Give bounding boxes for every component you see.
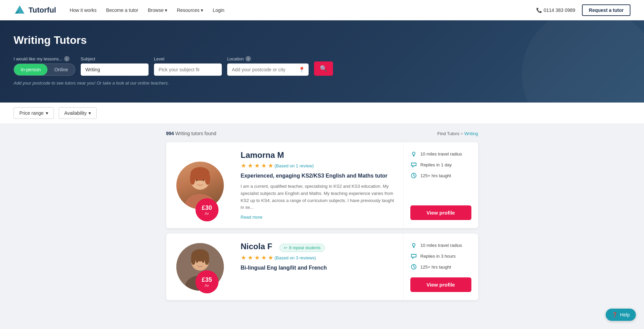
travel-radius: 10 miles travel radius: [410, 242, 471, 249]
chevron-down-icon: ▾: [89, 110, 91, 116]
view-profile-button[interactable]: View profile: [410, 277, 471, 292]
tutor-card: £30 /hr Lamorna M ★ ★ ★ ★ ★ (Based on 1 …: [166, 142, 478, 228]
svg-point-17: [191, 254, 196, 265]
search-icon: 🔍: [320, 65, 327, 72]
tutor-description: I am a current, qualified teacher, speci…: [241, 183, 396, 211]
price-amount: £35: [202, 276, 212, 284]
star-1: ★: [241, 254, 246, 261]
hours-taught: 125+ hrs taught: [410, 172, 471, 179]
logo[interactable]: Tutorful: [14, 4, 56, 16]
star-2: ★: [248, 254, 253, 261]
subject-input[interactable]: [81, 63, 149, 76]
reply-time: Replies in 1 day: [410, 161, 471, 168]
star-4: ★: [261, 162, 267, 169]
filters-bar: Price range ▾ Availability ▾: [0, 103, 644, 124]
breadcrumb-find-tutors[interactable]: Find Tutors: [437, 131, 459, 136]
subject-group: Subject: [81, 56, 149, 76]
nav-link-login[interactable]: Login: [213, 7, 224, 13]
reply-icon: [410, 253, 417, 259]
nav-links: How it works Become a tutor Browse ▾ Res…: [70, 7, 536, 13]
help-button[interactable]: ❓ Help: [606, 309, 636, 312]
location-hint: Add your postcode to see tutors near you…: [14, 80, 630, 86]
help-icon: ❓: [612, 312, 618, 312]
star-2: ★: [248, 162, 253, 169]
breadcrumb: Find Tutors > Writing: [437, 131, 478, 136]
reviews-link[interactable]: (Based on 1 review): [275, 163, 314, 168]
page-title: Writing Tutors: [14, 34, 630, 47]
location-input[interactable]: [227, 63, 309, 76]
star-5: ★: [268, 254, 273, 261]
level-input[interactable]: [154, 63, 222, 76]
price-badge: £35 /hr: [195, 270, 218, 293]
star-5: ★: [268, 162, 273, 169]
lesson-type-label: I would like my lessons... i: [14, 56, 75, 61]
tutor-sidebar: 10 miles travel radius Replies in 3 hour…: [404, 234, 478, 300]
clock-icon: [410, 263, 417, 270]
svg-point-7: [205, 172, 210, 185]
tutor-name: Lamorna M: [241, 150, 396, 160]
location-icon: [410, 150, 417, 157]
nav-link-resources[interactable]: Resources ▾: [177, 7, 203, 13]
online-toggle[interactable]: Online: [47, 64, 75, 75]
results-count: 994 Writing tutors found: [166, 131, 216, 136]
lesson-type-info-icon[interactable]: i: [64, 56, 70, 61]
svg-point-20: [202, 261, 204, 263]
breadcrumb-current: Writing: [464, 131, 478, 136]
nav-link-become-tutor[interactable]: Become a tutor: [106, 7, 138, 13]
hours-taught: 125+ hrs taught: [410, 263, 471, 270]
svg-point-6: [190, 172, 195, 185]
tutor-sidebar: 10 miles travel radius Replies in 1 day …: [404, 142, 478, 228]
tutor-meta: 10 miles travel radius Replies in 3 hour…: [410, 242, 471, 270]
lesson-type-toggle: In-person Online: [14, 63, 75, 76]
star-3: ★: [254, 162, 260, 169]
svg-marker-0: [15, 5, 24, 14]
logo-icon: [14, 4, 26, 16]
results-area: 994 Writing tutors found Find Tutors > W…: [159, 124, 485, 312]
navbar: Tutorful How it works Become a tutor Bro…: [0, 0, 644, 20]
location-input-wrap: 📍: [227, 63, 309, 76]
read-more-link[interactable]: Read more: [241, 215, 262, 220]
search-form: I would like my lessons... i In-person O…: [14, 56, 630, 76]
clock-icon: [410, 172, 417, 179]
svg-point-9: [202, 179, 204, 181]
tutor-card: £35 /hr Nicola F ↩ 8 repeat students ★ ★…: [166, 234, 478, 300]
reply-icon: [410, 161, 417, 168]
repeat-badge: ↩ 8 repeat students: [279, 244, 325, 252]
svg-point-8: [196, 179, 197, 181]
location-info-icon[interactable]: i: [246, 56, 251, 61]
nav-right: 📞 0114 383 0989 Request a tutor: [536, 4, 630, 16]
availability-filter[interactable]: Availability ▾: [59, 107, 97, 119]
inperson-toggle[interactable]: In-person: [14, 64, 47, 75]
chevron-down-icon: ▾: [201, 7, 203, 13]
svg-point-21: [412, 243, 415, 246]
search-button[interactable]: 🔍: [314, 61, 333, 76]
tutor-tagline: Experienced, engaging KS2/KS3 English an…: [241, 173, 396, 179]
level-label: Level: [154, 56, 222, 61]
location-icon: [410, 242, 417, 249]
nav-link-how-it-works[interactable]: How it works: [70, 7, 96, 13]
phone-icon: 📞: [536, 7, 542, 13]
reply-time: Replies in 3 hours: [410, 253, 471, 259]
nav-link-browse[interactable]: Browse ▾: [148, 7, 168, 13]
logo-text: Tutorful: [28, 6, 56, 15]
location-group: Location i 📍: [227, 56, 309, 76]
price-range-filter[interactable]: Price range ▾: [14, 107, 54, 119]
view-profile-button[interactable]: View profile: [410, 205, 471, 220]
repeat-icon: ↩: [284, 245, 287, 250]
tutor-name: Nicola F ↩ 8 repeat students: [241, 242, 396, 252]
per-hour: /hr: [204, 212, 209, 216]
tutor-meta: 10 miles travel radius Replies in 1 day …: [410, 150, 471, 179]
price-amount: £30: [202, 204, 212, 212]
lesson-type-group: I would like my lessons... i In-person O…: [14, 56, 75, 76]
svg-marker-11: [411, 163, 416, 167]
request-tutor-button[interactable]: Request a tutor: [582, 4, 630, 16]
svg-point-10: [412, 152, 415, 155]
per-hour: /hr: [204, 284, 209, 288]
reviews-link[interactable]: (Based on 3 reviews): [275, 255, 316, 260]
travel-radius: 10 miles travel radius: [410, 150, 471, 157]
results-header: 994 Writing tutors found Find Tutors > W…: [166, 131, 478, 136]
chevron-down-icon: ▾: [165, 7, 167, 13]
phone-number: 📞 0114 383 0989: [536, 7, 575, 13]
subject-label: Subject: [81, 56, 149, 61]
hero-section: Writing Tutors I would like my lessons..…: [0, 20, 644, 103]
